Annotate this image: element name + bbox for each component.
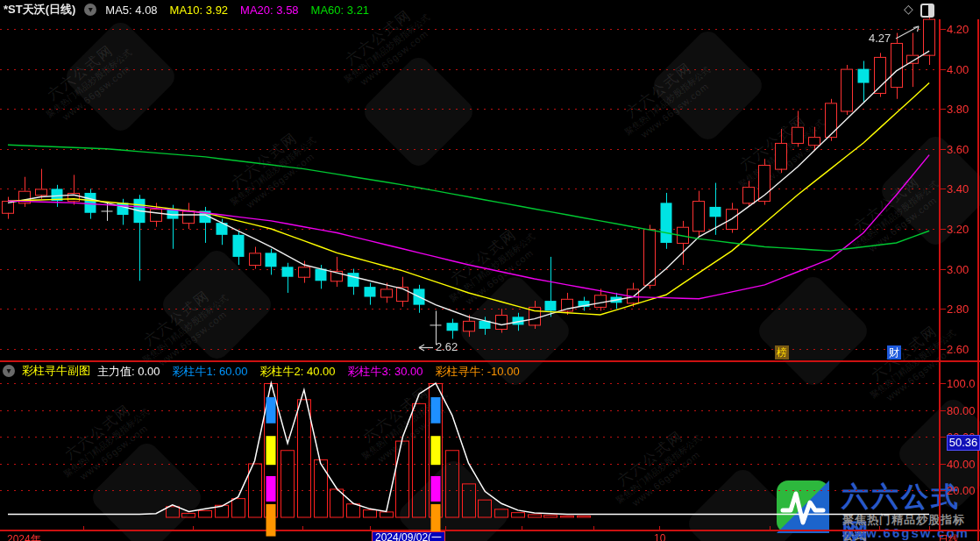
price-axis-label: 3.40	[947, 182, 969, 196]
price-axis-label: 3.80	[947, 103, 969, 116]
price-axis-label: 3.60	[947, 143, 969, 156]
annotation-high-price: 4.27	[869, 32, 891, 45]
chevron-down-icon[interactable]: ▾	[84, 4, 96, 16]
sub-legend-item: 彩柱牛3: 30.00	[348, 365, 423, 378]
date-badge: 2024/09/02(一	[372, 531, 445, 541]
ma-legend-item: MA60: 3.21	[311, 4, 370, 17]
indicator-axis-label: 80.00	[947, 404, 976, 417]
indicator-value-badge: 50.36	[947, 435, 980, 451]
price-axis-label: 2.80	[947, 303, 969, 316]
chart-canvas[interactable]	[0, 0, 980, 541]
ma-legend-item: MA20: 3.58	[240, 4, 299, 17]
sub-chart-title: 彩柱寻牛副图	[22, 363, 90, 379]
diamond-icon[interactable]: ◇	[904, 2, 913, 16]
annotation-low-price: 2.62	[436, 340, 458, 353]
period-label[interactable]: 日线	[938, 532, 959, 541]
price-axis-label: 4.00	[947, 63, 969, 76]
stock-title: *ST天沃(日线)	[4, 2, 75, 18]
rank-badge[interactable]: 榜	[775, 345, 789, 359]
ma-legend-item: MA5: 4.08	[105, 4, 157, 17]
price-axis-label: 3.00	[947, 263, 969, 276]
finance-badge[interactable]: 财	[887, 345, 901, 359]
indicator-axis-label: 20.00	[947, 484, 976, 497]
price-axis-label: 2.60	[947, 343, 969, 356]
sub-legend-item: 彩柱牛1: 60.00	[173, 365, 248, 378]
price-axis-label: 3.20	[947, 223, 969, 236]
indicator-axis-label: 100.0	[947, 377, 976, 390]
ma-legend: MA5: 4.08MA10: 3.92MA20: 3.58MA60: 3.21	[105, 2, 381, 18]
sub-legend-item: 彩柱寻牛: -10.00	[436, 365, 520, 378]
chevron-down-icon[interactable]: ▾	[3, 365, 15, 377]
main-chart-header: *ST天沃(日线) ▾ MA5: 4.08MA10: 3.92MA20: 3.5…	[4, 2, 381, 18]
sub-chart-header: ▾ 彩柱寻牛副图 主力值: 0.00彩柱牛1: 60.00彩柱牛2: 40.00…	[3, 363, 532, 379]
ma-legend-item: MA10: 3.92	[170, 4, 229, 17]
sub-legend-item: 彩柱牛2: 40.00	[260, 365, 336, 378]
layout-split-icon[interactable]	[920, 4, 934, 18]
price-axis-label: 4.20	[947, 23, 969, 36]
sub-legend-item: 主力值: 0.00	[97, 365, 160, 378]
sub-legend: 主力值: 0.00彩柱牛1: 60.00彩柱牛2: 40.00彩柱牛3: 30.…	[97, 363, 532, 380]
year-label: 2024年	[7, 532, 41, 541]
month-label: 10	[654, 532, 665, 541]
indicator-axis-label: 40.00	[947, 458, 976, 471]
